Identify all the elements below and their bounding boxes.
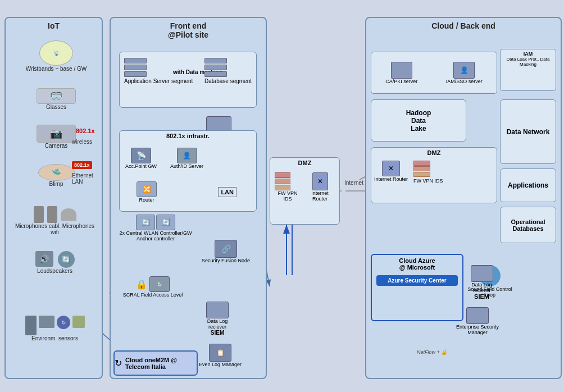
microphones-label: Microphones cabl. Microphones wifi [11, 223, 98, 235]
data-network-box: Data Network [500, 99, 556, 164]
security-fusion-node: 🔗 Security Fusion Node [201, 240, 251, 263]
data-network-label: Data Network [507, 128, 550, 136]
scral-device: 🔒 ↻ SCRAL Field Access Level [122, 276, 184, 298]
enterprise-security-label: Enterprise Security Manager [456, 324, 499, 335]
wristband-label: Wristbands ~ base / GW [17, 66, 95, 72]
azure-sc-label: Azure Security Center [388, 277, 446, 284]
internet-router-cloud: ✕ Internet Router [374, 161, 408, 184]
dmz-cloud-box: DMZ ✕ Internet Router FW VPN IDS [371, 147, 497, 203]
enterprise-security-manager: Enterprise Security Manager [455, 307, 500, 335]
app-db-segment-box: Application Server segment with Data mas… [119, 52, 257, 108]
auth-id-label: Auth/ID Server [170, 163, 203, 169]
iam-servers-box: CA/PKI server 👤 IAM/SSO server [371, 52, 497, 94]
applications-label: Applications [508, 181, 548, 189]
data-log-cloud-label: Data Log reciever [471, 282, 492, 293]
siem-frontend: SIEM [198, 330, 237, 336]
fw-vpn-ids-label: FW VPN IDS [278, 190, 298, 202]
fw-vpn-ids-cloud: FW VPN IDS [413, 161, 443, 184]
data-log-frontend-label: Data Log reciever [207, 318, 228, 330]
siem-cloud: SIEM [463, 293, 500, 300]
ethernet-lan-label: EthernetLAN [72, 172, 93, 185]
internet-label: Internet [344, 180, 363, 186]
auth-id-server: 👤 Auth/ID Server [170, 148, 203, 169]
event-log-manager: 📋 Even Log Manager [198, 344, 243, 367]
iam-sso-server: 👤 IAM/SSO server [446, 62, 483, 84]
operational-db-label: Operational Databases [501, 218, 556, 232]
app-server-label: Application Server segment [124, 78, 193, 84]
frontend-section: Front end@Pilot site Application Server … [110, 17, 267, 379]
cloud-azure-box: Cloud Azure@ Microsoft Azure Security Ce… [371, 254, 463, 321]
applications-box: Applications [500, 168, 556, 202]
glasses-device: 🥽 Glasses [17, 88, 95, 110]
dot1x-infrastr-box: 802.1x infrastr. 📡 Acc.Point GW 👤 Auth/I… [119, 130, 257, 212]
hadoop-content: HadoopDataLake [406, 109, 431, 133]
dmz-devices: FW VPN IDS ✕ Internet Router [270, 168, 339, 206]
router-label: Router [139, 197, 154, 203]
security-fusion-label: Security Fusion Node [202, 258, 250, 263]
iot-section: IoT 📡 Wristbands ~ base / GW 🥽 Glasses 📷… [4, 17, 103, 379]
glasses-label: Glasses [17, 104, 95, 110]
hadoop-label: HadoopDataLake [406, 109, 431, 133]
router-device: 🔀 Router [137, 181, 157, 203]
lan-label: LAN [218, 187, 236, 197]
data-leak-label: Data Leak Prot., Data Masking [501, 57, 556, 67]
dmz-cloud-title: DMZ [371, 148, 497, 158]
data-log-frontend: Data Log reciever [198, 302, 237, 330]
scral-label: SCRAL Field Access Level [123, 292, 183, 298]
loudspeakers-label: Loudspeakers [11, 268, 98, 274]
internet-router-label: Internet Router [311, 190, 329, 202]
wireless-label: wireless [72, 139, 92, 145]
database-segment: Database segment [204, 58, 252, 84]
diagram-header [4, 4, 560, 19]
ca-pki-label: CA/PKI server [385, 79, 417, 84]
hadoop-box: HadoopDataLake [371, 99, 466, 142]
wlan-controller-label: 2x Central WLAN Controller/GW Anchor con… [119, 230, 192, 241]
env-sensors-device: ↻ Environm. sensors [11, 316, 98, 341]
iam-sso-label: IAM/SSO server [446, 79, 483, 84]
cloud-backend-section: Cloud / Back end IAM Data Leak Prot., Da… [365, 17, 562, 379]
dmz-middle-title: DMZ [270, 158, 339, 168]
ca-pki-server: CA/PKI server [385, 62, 417, 84]
fw-vpn-ids-cloud-label: FW VPN IDS [413, 178, 443, 184]
netflow-label: NetFlow + 🔒 [417, 349, 447, 355]
cloud-backend-title: Cloud / Back end [366, 18, 561, 34]
fw-vpn-ids-device: FW VPN IDS [275, 172, 301, 202]
dot1x-infrastr-title: 802.1x infrastr. [120, 131, 256, 141]
iam-box: IAM Data Leak Prot., Data Masking [500, 49, 556, 91]
dmz-cloud-devices: ✕ Internet Router FW VPN IDS [371, 158, 497, 186]
cloud-onem2m-label: Cloud oneM2M @ Telecom Italia [125, 357, 197, 370]
event-log-label: Even Log Manager [199, 362, 242, 367]
dot1x-label-iot: 802.1x [76, 127, 95, 134]
access-point-gw: 📡 Acc.Point GW [125, 148, 157, 169]
iot-title: IoT [6, 18, 102, 34]
dot1x-badge: 802.1x [72, 161, 92, 169]
dmz-middle-box: DMZ FW VPN IDS ✕ Internet Router [270, 157, 340, 225]
iam-title: IAM [501, 51, 556, 57]
wlan-controller: 🔄 🔄 2x Central WLAN Controller/GW Anchor… [119, 215, 192, 241]
cloud-onem2m-box: ↻ Cloud oneM2M @ Telecom Italia [113, 350, 198, 376]
frontend-title: Front end@Pilot site [111, 18, 266, 43]
acc-point-label: Acc.Point GW [125, 163, 157, 169]
internet-router-middle: ✕ Internet Router [305, 172, 335, 202]
operational-db-box: Operational Databases [500, 207, 556, 243]
env-sensors-label: Environm. sensors [11, 335, 98, 341]
azure-security-center-btn[interactable]: Azure Security Center [376, 275, 458, 286]
internet-router-cloud-label: Internet Router [374, 176, 408, 182]
loudspeakers-device: 🔊 🔄 Loudspeakers [11, 251, 98, 274]
data-log-cloud: Data Log reciever [463, 265, 500, 293]
wristband-device: 📡 Wristbands ~ base / GW [17, 40, 95, 72]
microphones-device: Microphones cabl. Microphones wifi [11, 206, 98, 235]
cloud-azure-title: Cloud Azure@ Microsoft [372, 255, 462, 273]
main-diagram: IoT 📡 Wristbands ~ base / GW 🥽 Glasses 📷… [0, 0, 564, 392]
db-segment-label: Database segment [204, 78, 252, 84]
